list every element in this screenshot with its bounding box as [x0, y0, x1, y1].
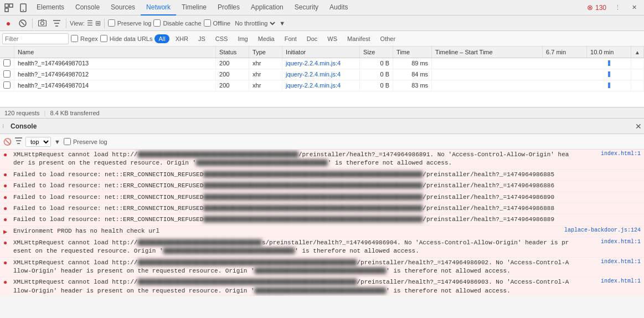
filter-doc-button[interactable]: Doc: [303, 34, 322, 43]
filter-button[interactable]: [50, 17, 63, 29]
row-checkbox[interactable]: [0, 69, 14, 80]
console-preserve-log-checkbox[interactable]: Preserve log: [64, 138, 107, 145]
scroll-up-icon[interactable]: ▲: [635, 49, 640, 55]
error-circle-icon: ●: [3, 259, 11, 267]
col-status[interactable]: Status: [216, 47, 249, 58]
console-panel: ⁞ Console ✕ 🚫 top ▼ Preserve log ● XMLHt…: [0, 119, 644, 296]
tree-view-icon[interactable]: ⊞: [95, 19, 101, 27]
console-close-button[interactable]: ✕: [635, 122, 642, 131]
offline-checkbox[interactable]: Offline: [204, 19, 231, 27]
mobile-icon[interactable]: [17, 1, 30, 14]
col-name[interactable]: Name: [14, 47, 216, 58]
error-circle-icon: ▶: [3, 228, 11, 236]
devtools-tab-bar: Elements Console Sources Network Timelin…: [0, 0, 644, 16]
filter-media-button[interactable]: Media: [254, 34, 279, 43]
error-circle-icon: ●: [3, 182, 11, 190]
col-checkbox: [0, 47, 14, 58]
col-timeline[interactable]: Timeline – Start Time: [432, 47, 543, 58]
row-type: xhr: [249, 69, 282, 80]
separator-2: [66, 18, 66, 28]
row-timeline: [432, 69, 631, 80]
transferred-size: 8.4 KB transferred: [50, 110, 99, 116]
col-initiator[interactable]: Initiator: [282, 47, 360, 58]
console-clear-icon[interactable]: 🚫: [3, 138, 12, 146]
row-checkbox[interactable]: [0, 80, 14, 91]
regex-checkbox[interactable]: Regex: [71, 35, 98, 42]
throttle-select[interactable]: No throttling: [233, 19, 277, 27]
row-initiator[interactable]: jquery-2.2.4.min.js:4: [282, 58, 360, 69]
filter-all-button[interactable]: All: [154, 34, 169, 43]
filter-img-button[interactable]: Img: [234, 34, 251, 43]
msg-text: Failed to load resource: net::ERR_CONNEC…: [13, 204, 641, 213]
hide-urls-checkbox[interactable]: Hide data URLs: [100, 35, 153, 42]
col-timeline-end: 10.0 min: [587, 47, 631, 58]
msg-text: XMLHttpRequest cannot load http://██████…: [13, 239, 572, 256]
svg-point-8: [40, 22, 44, 25]
col-time[interactable]: Time: [393, 47, 432, 58]
list-view-icon[interactable]: ☰: [87, 19, 93, 27]
camera-button[interactable]: [36, 17, 48, 29]
row-type: xhr: [249, 58, 282, 69]
tab-application[interactable]: Application: [245, 0, 289, 16]
console-toolbar: 🚫 top ▼ Preserve log: [0, 134, 644, 150]
console-message: ● XMLHttpRequest cannot load http://████…: [0, 238, 644, 258]
tab-elements[interactable]: Elements: [31, 0, 70, 16]
filter-xhr-button[interactable]: XHR: [172, 34, 192, 43]
tab-audits[interactable]: Audits: [324, 0, 353, 16]
console-message: ● XMLHttpRequest cannot load http://████…: [0, 277, 644, 296]
more-options-icon[interactable]: ⋮: [611, 1, 624, 14]
network-toolbar: ● View: ☰ ⊞ Preserve log Disable cache O…: [0, 16, 644, 31]
table-row[interactable]: health?_=1474964987014 200 xhr jquery-2.…: [0, 80, 644, 91]
svg-rect-0: [5, 4, 8, 7]
close-devtools-icon[interactable]: ✕: [627, 1, 641, 14]
filter-manifest-button[interactable]: Manifest: [343, 34, 374, 43]
row-time: 84 ms: [393, 69, 432, 80]
console-message: ●Failed to load resource: net::ERR_CONNE…: [0, 192, 644, 203]
col-type[interactable]: Type: [249, 47, 282, 58]
tab-profiles[interactable]: Profiles: [212, 0, 245, 16]
filter-font-button[interactable]: Font: [281, 34, 301, 43]
msg-source-link[interactable]: index.html:1: [574, 259, 641, 265]
svg-line-6: [21, 22, 24, 25]
record-button[interactable]: ●: [2, 17, 14, 29]
request-count: 120 requests: [4, 110, 40, 116]
msg-source-link[interactable]: index.html:1: [574, 151, 641, 157]
tab-console[interactable]: Console: [70, 0, 105, 16]
row-status: 200: [216, 69, 249, 80]
row-name: health?_=1474964987013: [14, 58, 216, 69]
svg-point-4: [23, 9, 24, 11]
row-initiator[interactable]: jquery-2.2.4.min.js:4: [282, 69, 360, 80]
console-drag-handle[interactable]: ⁞: [2, 123, 4, 129]
preserve-log-checkbox[interactable]: Preserve log: [108, 19, 152, 27]
msg-source-link[interactable]: laplace-backdoor.js:124: [564, 227, 641, 233]
col-size[interactable]: Size: [360, 47, 393, 58]
tab-timeline[interactable]: Timeline: [176, 0, 212, 16]
disable-cache-checkbox[interactable]: Disable cache: [153, 19, 201, 27]
console-message: ●Failed to load resource: net::ERR_CONNE…: [0, 170, 644, 181]
row-size: 0 B: [360, 69, 393, 80]
filter-input[interactable]: [2, 33, 69, 44]
clear-button[interactable]: [17, 17, 29, 29]
table-row[interactable]: health?_=1474964987013 200 xhr jquery-2.…: [0, 58, 644, 69]
tab-sources[interactable]: Sources: [105, 0, 141, 16]
msg-source-link[interactable]: index.html:1: [574, 278, 641, 284]
row-scroll-mark: [631, 80, 644, 91]
msg-text: Environment PROD has no health check url: [13, 227, 562, 235]
view-toggle: ☰ ⊞: [87, 19, 101, 27]
row-initiator[interactable]: jquery-2.2.4.min.js:4: [282, 80, 360, 91]
tab-network[interactable]: Network: [141, 0, 176, 16]
console-context-select[interactable]: top: [25, 137, 51, 147]
filter-ws-button[interactable]: WS: [323, 34, 341, 43]
filter-other-button[interactable]: Other: [377, 34, 400, 43]
row-size: 0 B: [360, 58, 393, 69]
console-filter-icon[interactable]: [15, 137, 22, 146]
msg-source-link[interactable]: index.html:1: [574, 239, 641, 245]
console-context-dropdown-icon[interactable]: ▼: [54, 139, 60, 145]
inspect-icon[interactable]: [2, 1, 16, 14]
throttle-dropdown-icon[interactable]: ▼: [279, 20, 285, 27]
filter-css-button[interactable]: CSS: [212, 34, 232, 43]
filter-js-button[interactable]: JS: [194, 34, 209, 43]
row-checkbox[interactable]: [0, 58, 14, 69]
table-row[interactable]: health?_=1474964987012 200 xhr jquery-2.…: [0, 69, 644, 80]
tab-security[interactable]: Security: [289, 0, 324, 16]
